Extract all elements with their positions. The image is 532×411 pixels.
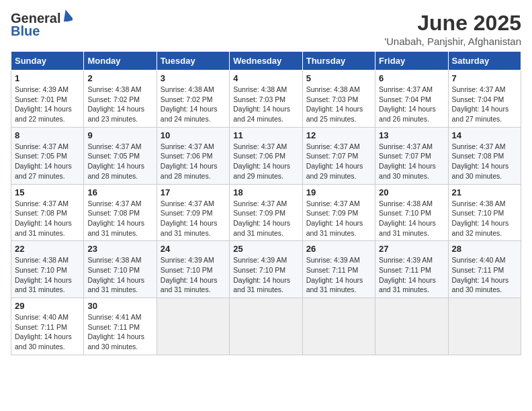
day-number: 18 [233, 187, 298, 197]
table-row: 14 Sunrise: 4:37 AMSunset: 7:08 PMDaylig… [448, 127, 521, 184]
table-row: 11 Sunrise: 4:37 AMSunset: 7:06 PMDaylig… [230, 127, 302, 184]
table-row: 8 Sunrise: 4:37 AMSunset: 7:05 PMDayligh… [11, 127, 84, 184]
table-row: 30 Sunrise: 4:41 AMSunset: 7:11 PMDaylig… [84, 298, 157, 355]
header-saturday: Saturday [448, 52, 521, 71]
day-number: 4 [233, 73, 298, 83]
table-row: 27 Sunrise: 4:39 AMSunset: 7:11 PMDaylig… [375, 241, 448, 298]
day-number: 22 [15, 244, 80, 254]
table-row: 1 Sunrise: 4:39 AMSunset: 7:01 PMDayligh… [11, 71, 84, 128]
day-number: 17 [161, 187, 226, 197]
table-row: 5 Sunrise: 4:38 AMSunset: 7:03 PMDayligh… [302, 71, 375, 128]
table-row: 3 Sunrise: 4:38 AMSunset: 7:02 PMDayligh… [157, 71, 229, 128]
table-row: 21 Sunrise: 4:38 AMSunset: 7:10 PMDaylig… [448, 184, 521, 241]
table-row: 26 Sunrise: 4:39 AMSunset: 7:11 PMDaylig… [302, 241, 375, 298]
calendar-week-row: 22 Sunrise: 4:38 AMSunset: 7:10 PMDaylig… [11, 241, 521, 298]
table-row: 25 Sunrise: 4:39 AMSunset: 7:10 PMDaylig… [230, 241, 302, 298]
day-number: 15 [15, 187, 80, 197]
day-info: Sunrise: 4:39 AMSunset: 7:11 PMDaylight:… [379, 256, 436, 293]
calendar-table: Sunday Monday Tuesday Wednesday Thursday… [11, 51, 521, 355]
day-info: Sunrise: 4:37 AMSunset: 7:08 PMDaylight:… [15, 199, 72, 237]
day-number: 19 [306, 187, 371, 197]
day-info: Sunrise: 4:39 AMSunset: 7:10 PMDaylight:… [161, 256, 218, 293]
day-number: 5 [306, 73, 371, 83]
day-info: Sunrise: 4:37 AMSunset: 7:04 PMDaylight:… [379, 85, 436, 123]
day-info: Sunrise: 4:37 AMSunset: 7:09 PMDaylight:… [306, 199, 363, 237]
table-row: 19 Sunrise: 4:37 AMSunset: 7:09 PMDaylig… [302, 184, 375, 241]
calendar-week-row: 29 Sunrise: 4:40 AMSunset: 7:11 PMDaylig… [11, 298, 521, 355]
svg-marker-0 [62, 9, 73, 21]
table-row [448, 298, 521, 355]
day-number: 14 [452, 130, 517, 140]
day-number: 6 [379, 73, 444, 83]
table-row: 12 Sunrise: 4:37 AMSunset: 7:07 PMDaylig… [302, 127, 375, 184]
day-info: Sunrise: 4:38 AMSunset: 7:03 PMDaylight:… [233, 85, 290, 123]
day-info: Sunrise: 4:38 AMSunset: 7:10 PMDaylight:… [87, 256, 144, 293]
header-tuesday: Tuesday [157, 52, 229, 71]
day-number: 28 [452, 244, 517, 254]
day-info: Sunrise: 4:37 AMSunset: 7:05 PMDaylight:… [87, 142, 144, 180]
day-number: 21 [452, 187, 517, 197]
day-info: Sunrise: 4:37 AMSunset: 7:06 PMDaylight:… [233, 142, 290, 180]
table-row [302, 298, 375, 355]
day-number: 7 [452, 73, 517, 83]
day-info: Sunrise: 4:38 AMSunset: 7:10 PMDaylight:… [15, 256, 72, 293]
day-number: 10 [161, 130, 226, 140]
day-number: 9 [87, 130, 152, 140]
table-row: 22 Sunrise: 4:38 AMSunset: 7:10 PMDaylig… [11, 241, 84, 298]
day-info: Sunrise: 4:38 AMSunset: 7:10 PMDaylight:… [452, 199, 509, 237]
header-friday: Friday [375, 52, 448, 71]
table-row: 4 Sunrise: 4:38 AMSunset: 7:03 PMDayligh… [230, 71, 302, 128]
logo-blue-text: Blue [11, 24, 40, 39]
day-info: Sunrise: 4:38 AMSunset: 7:02 PMDaylight:… [87, 85, 144, 123]
day-number: 23 [87, 244, 152, 254]
table-row: 18 Sunrise: 4:37 AMSunset: 7:09 PMDaylig… [230, 184, 302, 241]
weekday-header-row: Sunday Monday Tuesday Wednesday Thursday… [11, 52, 521, 71]
logo-triangle-icon [62, 9, 73, 24]
day-info: Sunrise: 4:40 AMSunset: 7:11 PMDaylight:… [15, 313, 72, 351]
day-info: Sunrise: 4:37 AMSunset: 7:09 PMDaylight:… [161, 199, 218, 237]
page-header: General Blue June 2025 'Unabah, Panjshir… [11, 11, 521, 47]
day-number: 20 [379, 187, 444, 197]
day-number: 3 [161, 73, 226, 83]
table-row: 16 Sunrise: 4:37 AMSunset: 7:08 PMDaylig… [84, 184, 157, 241]
day-info: Sunrise: 4:38 AMSunset: 7:02 PMDaylight:… [161, 85, 218, 123]
table-row: 7 Sunrise: 4:37 AMSunset: 7:04 PMDayligh… [448, 71, 521, 128]
day-info: Sunrise: 4:37 AMSunset: 7:08 PMDaylight:… [452, 142, 509, 180]
day-info: Sunrise: 4:38 AMSunset: 7:10 PMDaylight:… [379, 199, 436, 237]
day-number: 27 [379, 244, 444, 254]
day-number: 8 [15, 130, 80, 140]
day-number: 1 [15, 73, 80, 83]
table-row: 6 Sunrise: 4:37 AMSunset: 7:04 PMDayligh… [375, 71, 448, 128]
table-row: 24 Sunrise: 4:39 AMSunset: 7:10 PMDaylig… [157, 241, 229, 298]
table-row: 9 Sunrise: 4:37 AMSunset: 7:05 PMDayligh… [84, 127, 157, 184]
day-number: 24 [161, 244, 226, 254]
day-number: 16 [87, 187, 152, 197]
header-sunday: Sunday [11, 52, 84, 71]
table-row: 29 Sunrise: 4:40 AMSunset: 7:11 PMDaylig… [11, 298, 84, 355]
table-row: 28 Sunrise: 4:40 AMSunset: 7:11 PMDaylig… [448, 241, 521, 298]
table-row: 2 Sunrise: 4:38 AMSunset: 7:02 PMDayligh… [84, 71, 157, 128]
table-row [375, 298, 448, 355]
table-row: 10 Sunrise: 4:37 AMSunset: 7:06 PMDaylig… [157, 127, 229, 184]
day-info: Sunrise: 4:37 AMSunset: 7:06 PMDaylight:… [161, 142, 218, 180]
month-title: June 2025 [384, 11, 521, 36]
table-row: 13 Sunrise: 4:37 AMSunset: 7:07 PMDaylig… [375, 127, 448, 184]
table-row: 20 Sunrise: 4:38 AMSunset: 7:10 PMDaylig… [375, 184, 448, 241]
title-block: June 2025 'Unabah, Panjshir, Afghanistan [384, 11, 521, 47]
logo: General Blue [11, 11, 73, 39]
day-number: 11 [233, 130, 298, 140]
day-info: Sunrise: 4:39 AMSunset: 7:01 PMDaylight:… [15, 85, 72, 123]
day-info: Sunrise: 4:37 AMSunset: 7:07 PMDaylight:… [306, 142, 363, 180]
table-row: 15 Sunrise: 4:37 AMSunset: 7:08 PMDaylig… [11, 184, 84, 241]
day-number: 26 [306, 244, 371, 254]
header-wednesday: Wednesday [230, 52, 302, 71]
day-info: Sunrise: 4:41 AMSunset: 7:11 PMDaylight:… [87, 313, 144, 351]
day-info: Sunrise: 4:38 AMSunset: 7:03 PMDaylight:… [306, 85, 363, 123]
day-number: 12 [306, 130, 371, 140]
table-row: 23 Sunrise: 4:38 AMSunset: 7:10 PMDaylig… [84, 241, 157, 298]
calendar-week-row: 1 Sunrise: 4:39 AMSunset: 7:01 PMDayligh… [11, 71, 521, 128]
table-row [230, 298, 302, 355]
header-monday: Monday [84, 52, 157, 71]
day-info: Sunrise: 4:39 AMSunset: 7:10 PMDaylight:… [233, 256, 290, 293]
location-title: 'Unabah, Panjshir, Afghanistan [384, 36, 521, 47]
